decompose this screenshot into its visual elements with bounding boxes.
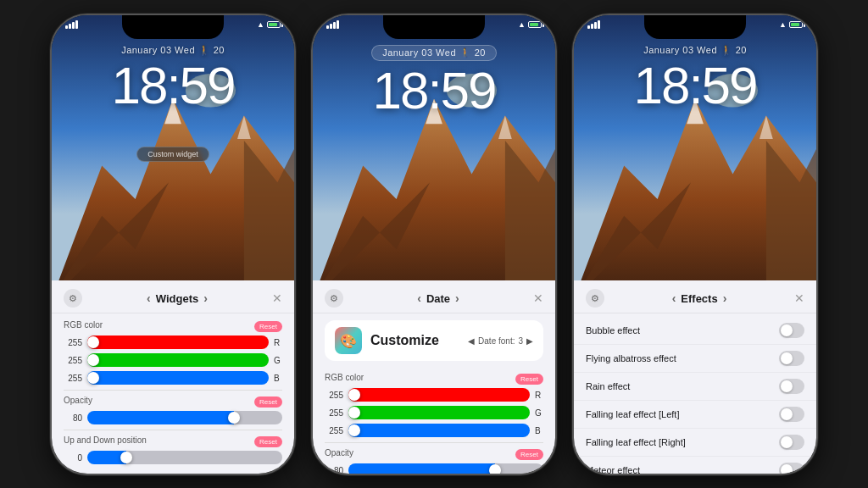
rgb-label: RGB color — [325, 373, 364, 382]
signal-icon — [587, 20, 600, 29]
time-display: 18:59 — [52, 58, 294, 113]
panel-header: ⚙ ‹ Effects › ✕ — [574, 280, 816, 313]
next-button[interactable]: › — [203, 291, 208, 305]
prev-button[interactable]: ‹ — [147, 291, 151, 305]
effect-name: Rain effect — [586, 381, 630, 391]
widget-badge[interactable]: Custom widget — [136, 147, 209, 162]
r-slider[interactable] — [87, 336, 269, 349]
r-letter: R — [535, 391, 543, 400]
status-left — [326, 20, 339, 29]
updown-label: Up and Down position — [64, 435, 147, 445]
g-slider[interactable] — [87, 353, 269, 367]
panel-title: Effects — [681, 292, 717, 305]
opacity-value: 80 — [64, 413, 82, 423]
g-letter: G — [535, 408, 543, 418]
status-left — [65, 20, 78, 29]
effect-bubble[interactable]: Bubble effect — [574, 317, 816, 345]
phone-widgets: ▲ January 03 Wed 🚶 20 18:59 Custom widge… — [50, 14, 296, 475]
prev-button[interactable]: ‹ — [672, 291, 676, 305]
date-font-label: Date font: — [478, 336, 515, 346]
b-slider[interactable] — [348, 424, 530, 437]
toggle-leaf-left[interactable] — [779, 407, 804, 422]
effects-panel: ⚙ ‹ Effects › ✕ Bubble effect Flying alb… — [574, 280, 816, 473]
b-letter: B — [535, 426, 543, 435]
lock-content: January 03 Wed 🚶 20 18:59 — [574, 45, 816, 113]
date-font-next[interactable]: ▶ — [526, 336, 533, 346]
gear-button[interactable]: ⚙ — [64, 289, 82, 308]
opacity-slider-row: 80 — [325, 463, 543, 474]
panel-header: ⚙ ‹ Date › ✕ — [313, 280, 555, 313]
lock-content: January 03 Wed 🚶 20 18:59 Custom widget — [52, 45, 294, 162]
customize-icon: 🎨 — [335, 327, 362, 354]
b-value: 255 — [64, 374, 82, 383]
toggle-albatross[interactable] — [779, 351, 804, 366]
effect-name: Falling leaf effect [Left] — [586, 409, 679, 419]
rgb-reset-button[interactable]: Reset — [254, 321, 282, 332]
signal-icon — [326, 20, 339, 29]
opacity-slider[interactable] — [87, 411, 282, 424]
effect-rain[interactable]: Rain effect — [574, 373, 816, 401]
divider-1 — [325, 442, 543, 443]
close-button[interactable]: ✕ — [272, 291, 282, 305]
opacity-reset-button[interactable]: Reset — [254, 396, 282, 408]
panel-title: Widgets — [156, 292, 198, 305]
panel-title-area: ‹ Widgets › — [147, 291, 208, 305]
toggle-leaf-right[interactable] — [779, 435, 804, 450]
date-font-prev[interactable]: ◀ — [468, 336, 475, 346]
divider-2 — [64, 430, 282, 430]
updown-slider[interactable] — [87, 451, 282, 464]
effect-name: Flying albatross effect — [586, 353, 676, 363]
next-button[interactable]: › — [723, 291, 727, 305]
r-value: 255 — [64, 338, 82, 347]
date-panel: ⚙ ‹ Date › ✕ 🎨 Customize ◀ Date font: 3 … — [313, 280, 555, 473]
g-value: 255 — [64, 356, 82, 365]
next-button[interactable]: › — [455, 291, 459, 305]
effect-name: Meteor effect — [586, 465, 640, 474]
phone-date: ▲ January 03 Wed 🚶 20 18:59 ⚙ ‹ Date › — [311, 14, 557, 475]
toggle-bubble[interactable] — [779, 323, 804, 338]
slider-row-b: 255 B — [325, 424, 543, 437]
slider-row-b: 255 B — [64, 371, 282, 385]
effect-albatross[interactable]: Flying albatross effect — [574, 345, 816, 373]
date-font-value: 3 — [518, 336, 523, 346]
toggle-rain[interactable] — [779, 379, 804, 394]
gear-button[interactable]: ⚙ — [325, 289, 343, 308]
panel-title: Date — [426, 292, 450, 305]
effect-name: Falling leaf effect [Right] — [586, 437, 686, 447]
phone-effects: ▲ January 03 Wed 🚶 20 18:59 ⚙ ‹ Effects … — [572, 14, 818, 475]
r-letter: R — [274, 338, 282, 347]
panel-title-area: ‹ Effects › — [672, 291, 727, 305]
battery-icon — [267, 21, 281, 28]
status-right: ▲ — [518, 20, 542, 29]
r-slider[interactable] — [348, 388, 530, 402]
b-letter: B — [274, 374, 282, 383]
status-bar: ▲ — [65, 20, 281, 29]
g-slider[interactable] — [348, 406, 530, 419]
opacity-value: 80 — [325, 466, 343, 475]
slider-row-r: 255 R — [64, 336, 282, 349]
effect-leaf-left[interactable]: Falling leaf effect [Left] — [574, 401, 816, 429]
rgb-label: RGB color — [64, 320, 103, 330]
rgb-reset-button[interactable]: Reset — [515, 374, 543, 385]
close-button[interactable]: ✕ — [533, 291, 543, 305]
prev-button[interactable]: ‹ — [417, 291, 421, 305]
opacity-slider-row: 80 — [64, 411, 282, 424]
opacity-label: Opacity — [64, 396, 92, 405]
updown-reset-button[interactable]: Reset — [254, 436, 282, 447]
opacity-slider[interactable] — [348, 463, 543, 474]
status-bar: ▲ — [326, 20, 542, 29]
effect-meteor[interactable]: Meteor effect — [574, 457, 816, 474]
close-button[interactable]: ✕ — [794, 291, 804, 305]
customize-box[interactable]: 🎨 Customize ◀ Date font: 3 ▶ — [325, 320, 543, 361]
effect-leaf-right[interactable]: Falling leaf effect [Right] — [574, 429, 816, 457]
gear-button[interactable]: ⚙ — [586, 289, 604, 308]
toggle-meteor[interactable] — [779, 463, 804, 474]
b-value: 255 — [325, 426, 343, 435]
slider-row-r: 255 R — [325, 388, 543, 402]
opacity-reset-button[interactable]: Reset — [515, 449, 543, 460]
wifi-icon: ▲ — [779, 20, 787, 29]
signal-icon — [65, 20, 78, 29]
g-letter: G — [274, 356, 282, 365]
time-display: 18:59 — [574, 58, 816, 113]
b-slider[interactable] — [87, 371, 269, 385]
